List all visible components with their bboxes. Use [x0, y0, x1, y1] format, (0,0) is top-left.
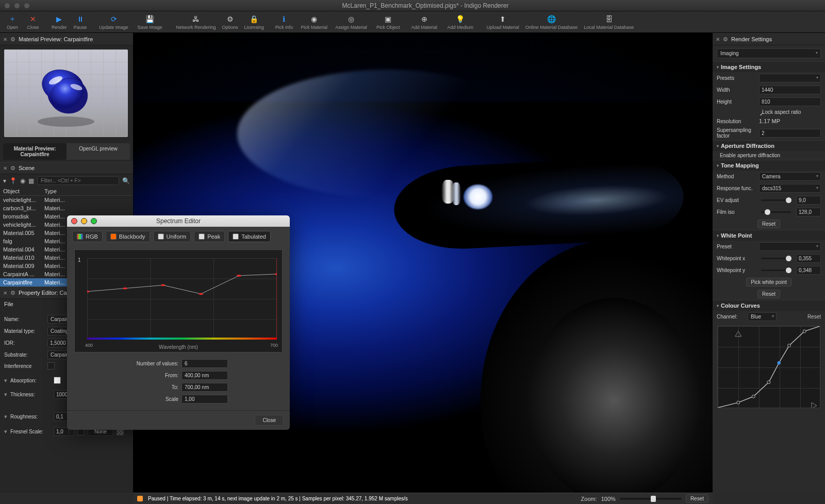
spectrum-chart[interactable]: 1 400 700 Wavelength (nm) — [74, 249, 283, 352]
supersampling-input[interactable]: 2 — [759, 129, 821, 138]
wpx-label: Whitepoint x — [717, 256, 756, 261]
gear-icon[interactable]: ⚙ — [10, 290, 15, 296]
zoom-slider[interactable] — [620, 498, 682, 500]
scene-row[interactable]: vehiclelight...Materi... — [0, 196, 133, 204]
material-preview-title: Material Preview: Carpaintfire — [19, 36, 93, 42]
cube-icon[interactable]: ▦ — [28, 177, 34, 184]
close-traffic[interactable] — [4, 3, 10, 9]
iso-slider[interactable] — [761, 211, 791, 213]
spectrum-editor-window[interactable]: Spectrum Editor RGB Blackbody Uniform Pe… — [67, 215, 290, 430]
image-settings-section[interactable]: Image Settings — [713, 61, 825, 72]
pick-wp-button[interactable]: Pick white point — [746, 278, 791, 287]
close-icon[interactable]: ✕ — [3, 290, 7, 296]
absorption-swatch[interactable] — [54, 377, 61, 384]
curves-reset[interactable]: Reset — [807, 314, 821, 320]
settings-page-select[interactable]: Imaging — [717, 48, 821, 58]
tab-tabulated[interactable]: Tabulated — [228, 231, 271, 242]
chevron-down-icon[interactable]: ▾ — [3, 177, 6, 184]
tab-peak[interactable]: Peak — [194, 231, 225, 242]
tonemapping-section[interactable]: Tone Mapping — [713, 160, 825, 171]
close-icon[interactable]: ✕ — [3, 37, 7, 42]
gear-icon[interactable]: ⚙ — [723, 36, 728, 43]
wpx-slider[interactable] — [761, 258, 791, 259]
render-button[interactable]: ▶Render — [48, 13, 70, 31]
interference-label: Interference — [4, 363, 44, 369]
supersampling-label: Supersampling factor — [717, 127, 756, 139]
curves-section[interactable]: Colour Curves — [713, 300, 825, 311]
tonemap-reset-button[interactable]: Reset — [757, 220, 780, 228]
wp-preset-select[interactable] — [759, 242, 821, 251]
height-label: Height — [717, 99, 756, 105]
to-input[interactable]: 700,00 nm — [182, 383, 228, 392]
local-db-button[interactable]: 🗄Local Material Database — [581, 13, 637, 31]
pin-icon[interactable]: 📍 — [9, 177, 17, 184]
tab-uniform[interactable]: Uniform — [153, 231, 191, 242]
wpy-input[interactable]: 0,348 — [796, 266, 821, 275]
add-material-button[interactable]: ⊕Add Material — [406, 13, 442, 31]
ev-slider[interactable] — [761, 199, 791, 201]
knot-preview — [25, 57, 107, 129]
scene-filter-input[interactable] — [37, 176, 119, 185]
main-toolbar: ＋Open ✕Close ▶Render ⏸Pause ⟳Update Imag… — [0, 11, 825, 33]
online-db-button[interactable]: 🌐Online Material Database — [522, 13, 581, 31]
scene-row[interactable]: carbon3_bl...Materi... — [0, 204, 133, 212]
pick-material-button[interactable]: ◉Pick Material — [296, 13, 332, 31]
height-input[interactable]: 810 — [759, 97, 821, 106]
wp-reset-button[interactable]: Reset — [757, 290, 780, 298]
method-select[interactable]: Camera — [759, 172, 821, 181]
whitepoint-section[interactable]: White Point — [713, 230, 825, 241]
iso-input[interactable]: 128,0 — [796, 208, 821, 216]
nvalues-input[interactable]: 6 — [182, 359, 228, 368]
col-type: Type — [44, 188, 130, 194]
zoom-traffic[interactable] — [24, 3, 30, 9]
aperture-section[interactable]: Aperture Diffraction — [713, 140, 825, 151]
licensing-button[interactable]: 🔒Licensing — [241, 13, 267, 31]
spectrum-form: Number of values:6 From:400,00 nm To:700… — [67, 356, 290, 410]
minimize-traffic[interactable] — [14, 3, 20, 9]
sphere-icon[interactable]: ◉ — [20, 177, 25, 184]
colour-curves-editor[interactable] — [717, 326, 820, 408]
zoom-reset-button[interactable]: Reset — [686, 494, 708, 503]
from-input[interactable]: 400,00 nm — [182, 371, 228, 380]
close-icon[interactable]: ✕ — [3, 165, 7, 171]
close-button[interactable]: ✕Close — [23, 13, 43, 31]
pause-button[interactable]: ⏸Pause — [70, 13, 91, 31]
scale-input[interactable]: 1,00 — [182, 395, 228, 404]
respfunc-select[interactable]: dscs315 — [759, 184, 821, 193]
wpx-input[interactable]: 0,355 — [796, 254, 821, 263]
ior-label: IOR: — [4, 340, 44, 346]
assign-material-button[interactable]: ◎Assign Material — [332, 13, 370, 31]
gear-icon[interactable]: ⚙ — [10, 36, 15, 43]
gear-icon[interactable]: ⚙ — [10, 165, 15, 172]
pick-object-button[interactable]: ▣Pick Object — [370, 13, 406, 31]
window-title: McLaren_P1_Benchmark_Optimised.pigs* - I… — [30, 2, 821, 9]
spectrum-titlebar[interactable]: Spectrum Editor — [67, 215, 290, 227]
width-input[interactable]: 1440 — [759, 86, 821, 94]
pick-info-button[interactable]: ℹPick Info — [272, 13, 296, 31]
tab-material-preview[interactable]: Material Preview: Carpaintfire — [3, 143, 67, 160]
spectrum-close-button[interactable]: Close — [255, 415, 284, 426]
wpy-slider[interactable] — [761, 270, 791, 271]
svg-point-16 — [237, 275, 241, 277]
network-rendering-button[interactable]: 🖧Network Rendering — [173, 13, 219, 31]
tab-opengl-preview[interactable]: OpenGL preview — [67, 143, 130, 160]
upload-material-button[interactable]: ⬆Upload Material — [484, 13, 522, 31]
channel-select[interactable]: Blue — [748, 312, 777, 321]
search-icon[interactable]: 🔍 — [122, 177, 130, 184]
interference-checkbox[interactable] — [47, 362, 55, 369]
save-image-button[interactable]: 💾Save Image — [132, 13, 168, 31]
tab-blackbody[interactable]: Blackbody — [106, 231, 150, 242]
channel-label: Channel: — [717, 314, 745, 320]
tab-rgb[interactable]: RGB — [72, 231, 103, 242]
presets-select[interactable] — [759, 74, 821, 82]
options-button[interactable]: ⚙Options — [219, 13, 241, 31]
status-text: Paused | Time elapsed: 3 m, 14 s, next i… — [148, 496, 408, 501]
close-icon[interactable]: ✕ — [716, 37, 720, 42]
add-medium-button[interactable]: 💡Add Medium — [442, 13, 478, 31]
open-button[interactable]: ＋Open — [2, 13, 23, 31]
width-label: Width — [717, 87, 756, 93]
scene-title: Scene — [19, 165, 35, 171]
update-image-button[interactable]: ⟳Update Image — [96, 13, 132, 31]
ev-input[interactable]: 9,0 — [796, 196, 821, 205]
material-type-label: Material type: — [4, 328, 44, 334]
